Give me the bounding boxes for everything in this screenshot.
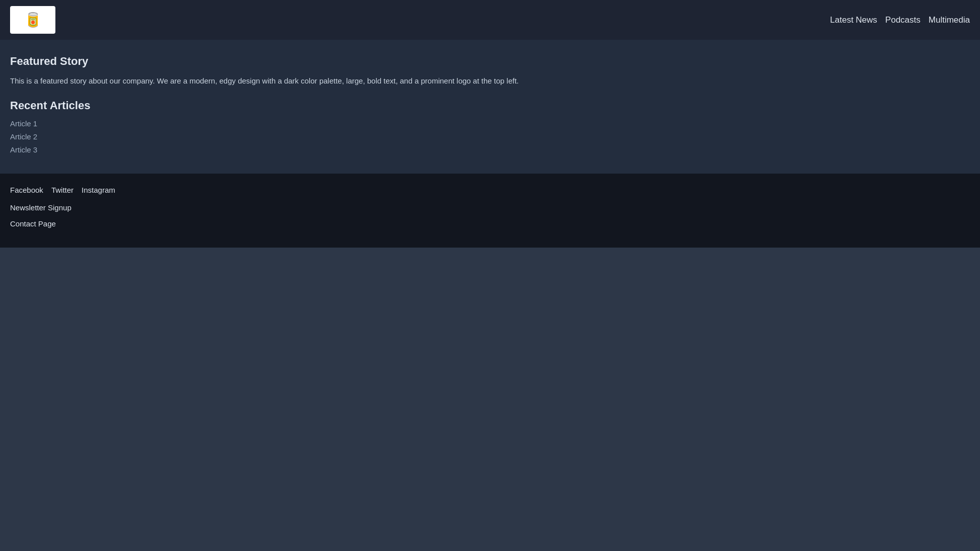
site-header: 🥫 Latest NewsPodcastsMultimedia — [0, 0, 980, 40]
list-item: Article 3 — [10, 145, 970, 154]
nav-link-podcasts[interactable]: Podcasts — [885, 15, 921, 25]
nav-link-latest-news[interactable]: Latest News — [830, 15, 877, 25]
article-link[interactable]: Article 3 — [10, 145, 37, 154]
site-footer: FacebookTwitterInstagram Newsletter Sign… — [0, 174, 980, 248]
list-item: Article 1 — [10, 119, 970, 128]
article-link[interactable]: Article 1 — [10, 119, 37, 128]
article-link[interactable]: Article 2 — [10, 132, 37, 141]
featured-story-section: Featured Story This is a featured story … — [10, 55, 970, 87]
logo: 🥫 — [10, 6, 55, 34]
social-link-instagram[interactable]: Instagram — [82, 186, 115, 194]
featured-story-body: This is a featured story about our compa… — [10, 75, 970, 87]
social-link-facebook[interactable]: Facebook — [10, 186, 43, 194]
recent-articles-heading: Recent Articles — [10, 99, 970, 112]
contact-link[interactable]: Contact Page — [10, 219, 56, 228]
contact-link-container: Contact Page — [10, 219, 970, 228]
social-link-twitter[interactable]: Twitter — [51, 186, 74, 194]
bottom-section — [0, 248, 980, 499]
logo-icon: 🥫 — [24, 12, 42, 28]
articles-list: Article 1Article 2Article 3 — [10, 119, 970, 154]
nav-link-multimedia[interactable]: Multimedia — [929, 15, 970, 25]
list-item: Article 2 — [10, 132, 970, 141]
main-content: Featured Story This is a featured story … — [0, 40, 980, 174]
main-nav: Latest NewsPodcastsMultimedia — [830, 15, 970, 25]
featured-story-heading: Featured Story — [10, 55, 970, 68]
newsletter-link-container: Newsletter Signup — [10, 203, 970, 212]
recent-articles-section: Recent Articles Article 1Article 2Articl… — [10, 99, 970, 154]
newsletter-link[interactable]: Newsletter Signup — [10, 203, 72, 212]
social-links: FacebookTwitterInstagram — [10, 186, 970, 194]
